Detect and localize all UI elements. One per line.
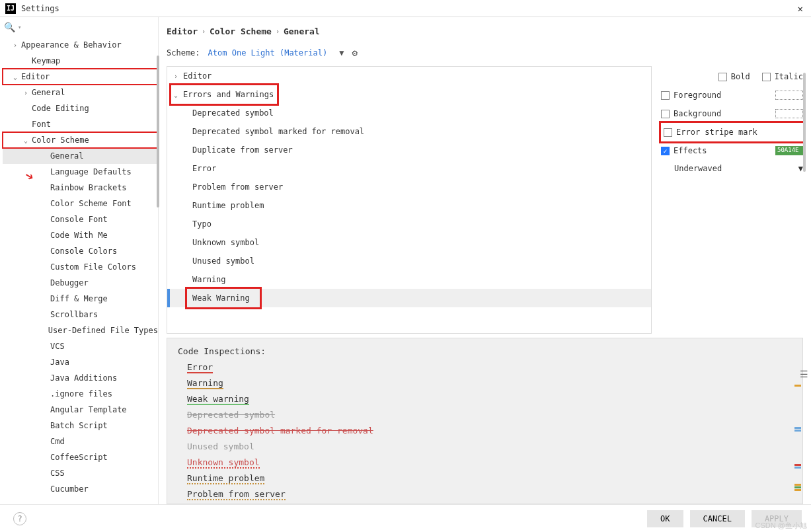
- menu-icon[interactable]: ☰: [800, 369, 808, 379]
- category-label: Editor: [183, 71, 212, 81]
- background-swatch[interactable]: [775, 109, 803, 118]
- sidebar-item-label: Cmd: [50, 437, 65, 446]
- category-item[interactable]: Warning: [167, 270, 651, 289]
- italic-label: Italic: [775, 72, 803, 81]
- ok-button[interactable]: OK: [647, 510, 683, 527]
- category-item[interactable]: ›Editor: [167, 67, 651, 85]
- sidebar-item[interactable]: Scrollbars: [3, 307, 158, 323]
- sidebar-item[interactable]: Debugger: [3, 275, 158, 291]
- effects-type-dropdown[interactable]: Underwaved ▼: [674, 164, 803, 173]
- search-chevron-icon: ▾: [18, 24, 21, 30]
- category-label: Deprecated symbol marked for removal: [192, 127, 364, 136]
- category-item[interactable]: Unknown symbol: [167, 233, 651, 252]
- sidebar-item[interactable]: Keymap: [3, 53, 158, 69]
- category-label: Duplicate from server: [192, 145, 293, 155]
- bold-label: Bold: [731, 72, 750, 81]
- sidebar-item[interactable]: Diff & Merge: [3, 291, 158, 307]
- chevron-down-icon: ⌄: [13, 73, 21, 81]
- gear-icon[interactable]: ⚙: [352, 48, 357, 58]
- sidebar-item-label: Java Additions: [50, 373, 117, 383]
- app-logo-icon: IJ: [5, 3, 16, 14]
- help-button[interactable]: ?: [13, 512, 26, 525]
- close-icon[interactable]: ✕: [795, 3, 806, 14]
- breadcrumb-b[interactable]: Color Scheme: [210, 26, 272, 36]
- scrollbar[interactable]: [157, 56, 159, 208]
- breadcrumb-a[interactable]: Editor: [167, 26, 198, 36]
- sidebar-item[interactable]: ⌄Editor: [3, 69, 158, 85]
- sidebar-item[interactable]: Code With Me: [3, 227, 158, 243]
- sidebar: 🔍 ▾ ›Appearance & BehaviorKeymap⌄Editor›…: [0, 17, 159, 504]
- sidebar-item-label: User-Defined File Types: [48, 326, 158, 335]
- preview-text: Weak warning: [187, 394, 249, 405]
- category-item[interactable]: Error: [167, 159, 651, 178]
- category-item[interactable]: Runtime problem: [167, 196, 651, 215]
- error-stripe-checkbox[interactable]: [664, 128, 672, 137]
- sidebar-item-label: CoffeeScript: [50, 453, 108, 462]
- effects-swatch[interactable]: [775, 146, 803, 155]
- italic-checkbox[interactable]: [762, 73, 771, 81]
- category-item[interactable]: Problem from server: [167, 178, 651, 196]
- window-title: Settings: [21, 4, 795, 13]
- foreground-swatch[interactable]: [775, 91, 803, 100]
- sidebar-item[interactable]: VCS: [3, 338, 158, 354]
- sidebar-item[interactable]: Angular Template: [3, 402, 158, 418]
- sidebar-item-label: Color Scheme: [32, 135, 89, 145]
- error-stripe-bar: [793, 378, 801, 500]
- preview-text: Error: [187, 362, 213, 373]
- chevron-right-icon: ›: [202, 28, 206, 35]
- category-item[interactable]: Unused symbol: [167, 252, 651, 270]
- settings-tree[interactable]: ›Appearance & BehaviorKeymap⌄Editor›Gene…: [0, 37, 158, 504]
- scheme-dropdown[interactable]: Atom One Light (Material) ▼: [208, 48, 344, 57]
- categories-tree[interactable]: ›Editor⌄Errors and WarningsDeprecated sy…: [167, 66, 652, 334]
- bold-checkbox[interactable]: [718, 73, 727, 81]
- chevron-right-icon: ›: [276, 28, 280, 35]
- foreground-checkbox[interactable]: [661, 91, 670, 100]
- sidebar-item[interactable]: Language Defaults: [3, 164, 158, 180]
- chevron-down-icon: ⌄: [24, 137, 32, 144]
- sidebar-item[interactable]: ›Appearance & Behavior: [3, 37, 158, 53]
- sidebar-item-label: Appearance & Behavior: [21, 40, 122, 50]
- chevron-down-icon: ▼: [798, 164, 803, 173]
- sidebar-item-label: Color Scheme Font: [50, 199, 132, 208]
- sidebar-item[interactable]: ⌄Color Scheme: [3, 132, 158, 148]
- sidebar-item[interactable]: Font: [3, 116, 158, 132]
- sidebar-item[interactable]: Rainbow Brackets: [3, 180, 158, 196]
- sidebar-item-label: Custom File Colors: [50, 262, 136, 272]
- category-item[interactable]: Deprecated symbol marked for removal: [167, 122, 651, 141]
- category-label: Deprecated symbol: [192, 108, 274, 118]
- sidebar-item[interactable]: Console Font: [3, 211, 158, 227]
- background-checkbox[interactable]: [661, 110, 670, 118]
- breadcrumb-c: General: [284, 26, 320, 36]
- sidebar-item[interactable]: Java: [3, 354, 158, 370]
- category-label: Runtime problem: [192, 201, 264, 210]
- preview-text: Runtime problem: [187, 473, 264, 484]
- sidebar-item[interactable]: Cmd: [3, 434, 158, 449]
- sidebar-item[interactable]: .ignore files: [3, 386, 158, 402]
- sidebar-item[interactable]: Console Colors: [3, 243, 158, 259]
- sidebar-item[interactable]: General: [3, 148, 158, 164]
- sidebar-item[interactable]: Code Editing: [3, 100, 158, 116]
- sidebar-item[interactable]: Custom File Colors: [3, 259, 158, 275]
- category-item[interactable]: Typo: [167, 215, 651, 233]
- error-stripe-label: Error stripe mark: [676, 128, 757, 137]
- category-item[interactable]: Deprecated symbol: [167, 104, 651, 122]
- sidebar-item[interactable]: CoffeeScript: [3, 449, 158, 465]
- category-item[interactable]: Duplicate from server: [167, 141, 651, 159]
- sidebar-item[interactable]: Batch Script: [3, 418, 158, 434]
- main: 🔍 ▾ ›Appearance & BehaviorKeymap⌄Editor›…: [0, 17, 811, 504]
- scrollbar[interactable]: [803, 73, 806, 172]
- effects-checkbox[interactable]: ✓: [661, 147, 670, 155]
- sidebar-item[interactable]: Color Scheme Font: [3, 196, 158, 211]
- search-row[interactable]: 🔍 ▾: [0, 17, 158, 37]
- chevron-right-icon: ›: [174, 73, 183, 80]
- sidebar-item[interactable]: User-Defined File Types: [3, 323, 158, 338]
- foreground-label: Foreground: [674, 91, 721, 100]
- sidebar-item[interactable]: CSS: [3, 465, 158, 481]
- sidebar-item[interactable]: ›General: [3, 85, 158, 100]
- preview-text: Warning: [187, 378, 223, 389]
- cancel-button[interactable]: CANCEL: [690, 510, 745, 527]
- sidebar-item-label: Rainbow Brackets: [50, 183, 127, 192]
- apply-button: APPLY: [752, 510, 802, 527]
- sidebar-item[interactable]: Java Additions: [3, 370, 158, 386]
- sidebar-item[interactable]: Cucumber: [3, 481, 158, 497]
